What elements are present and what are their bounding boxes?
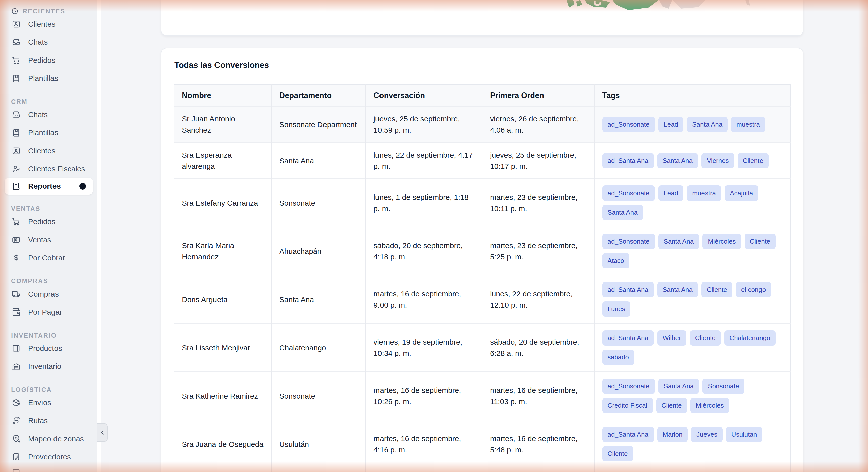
sidebar-item-compras[interactable]: Compras bbox=[0, 285, 97, 303]
warehouse-icon bbox=[11, 362, 21, 371]
sidebar-collapse-button[interactable] bbox=[97, 423, 108, 442]
cell-first-order: martes, 16 de septiembre, 12:18 p. m. bbox=[482, 468, 594, 472]
table-row: Sra Karla Maria HernandezAhuachapánsábad… bbox=[174, 227, 790, 275]
sidebar-item-label: Proveedores bbox=[28, 453, 71, 461]
sidebar-item-rutas[interactable]: Rutas bbox=[0, 412, 97, 430]
cart-icon bbox=[11, 56, 21, 65]
cell-first-order: martes, 16 de septiembre, 11:03 p. m. bbox=[482, 372, 594, 420]
cell-department: Chalatenango bbox=[272, 323, 366, 372]
dollar-icon bbox=[11, 253, 21, 262]
cell-department: Santa Ana bbox=[272, 275, 366, 323]
tag: Acajutla bbox=[724, 185, 758, 201]
sidebar-item-label: Envíos bbox=[28, 399, 51, 407]
column-header-departamento: Departamento bbox=[272, 85, 366, 106]
banknote-icon bbox=[11, 235, 21, 244]
column-header-primera-orden: Primera Orden bbox=[482, 85, 594, 106]
cell-tags: ad_SonsonateLeadmuestraAcajutlaSanta Ana bbox=[594, 179, 790, 227]
sidebar-item-chats[interactable]: Chats bbox=[0, 33, 97, 51]
user-check-icon bbox=[11, 165, 21, 173]
column-header-tags: Tags bbox=[594, 85, 790, 106]
table-row: Sra Esperanza alvarengaSanta Analunes, 2… bbox=[174, 143, 790, 179]
sidebar-item-plantillas[interactable]: Plantillas bbox=[0, 69, 97, 87]
scroll-icon bbox=[11, 182, 21, 191]
table-row: Sr Juan Antonio SanchezSonsonate Departm… bbox=[174, 106, 790, 143]
tag: Lunes bbox=[602, 301, 631, 317]
tag: Santa Ana bbox=[657, 153, 698, 168]
sidebar-section-label: RECIENTES bbox=[23, 7, 65, 15]
tag: ad_Sonsonate bbox=[602, 185, 655, 201]
sidebar-item-productos[interactable]: Productos bbox=[0, 339, 97, 357]
cell-first-order: sábado, 20 de septiembre, 6:28 a. m. bbox=[482, 323, 594, 372]
wallet-icon bbox=[11, 307, 21, 317]
sidebar-item-mapeo-de-zonas[interactable]: Mapeo de zonas bbox=[0, 430, 97, 448]
cell-conversation: martes, 16 de septiembre, 10:26 p. m. bbox=[366, 372, 482, 420]
sidebar-item-por-pagar[interactable]: Por Pagar bbox=[0, 303, 97, 321]
box-icon bbox=[11, 344, 21, 353]
sidebar-section-logistica: LOGÍSTICA bbox=[0, 386, 97, 393]
top-card bbox=[161, 0, 803, 36]
conversions-card: Todas las Conversiones NombreDepartament… bbox=[161, 48, 803, 472]
cell-conversation: viernes, 19 de septiembre, 10:34 p. m. bbox=[366, 323, 482, 372]
sidebar-item-ventas[interactable]: Ventas bbox=[0, 231, 97, 249]
sidebar-item-label: Clientes bbox=[28, 147, 55, 155]
sidebar-item-label: Clientes bbox=[28, 20, 55, 28]
route-icon bbox=[11, 416, 21, 425]
sidebar-item-clientes[interactable]: Clientes bbox=[0, 142, 97, 160]
sidebar-item-por-cobrar[interactable]: Por Cobrar bbox=[0, 249, 97, 267]
sidebar-section-crm: CRM bbox=[0, 97, 97, 106]
sidebar-item-clientes[interactable]: Clientes bbox=[0, 15, 97, 33]
sidebar-section-label: CRM bbox=[11, 98, 28, 105]
cell-first-order: martes, 23 de septiembre, 5:25 p. m. bbox=[482, 227, 594, 275]
tag: Sonsonate bbox=[703, 379, 744, 394]
table-row: Sr Jorge RamosSanta Analunes, 15 de sept… bbox=[174, 468, 790, 472]
sidebar-section-compras: COMPRAS bbox=[0, 277, 97, 285]
cell-first-order: jueves, 25 de septiembre, 10:17 p. m. bbox=[482, 143, 594, 179]
app-root: RECIENTESClientesChatsPedidosPlantillasC… bbox=[0, 0, 868, 472]
tag: ad_Santa Ana bbox=[602, 153, 654, 168]
map-pin-plus-icon bbox=[11, 434, 21, 443]
table-row: Sra Juana de OseguedaUsulutánmartes, 16 … bbox=[174, 420, 790, 468]
contact-card-icon bbox=[11, 20, 21, 29]
tag: Cliente bbox=[690, 330, 721, 346]
contact-card-icon bbox=[11, 146, 21, 155]
sidebar-item-inventario[interactable]: Inventario bbox=[0, 357, 97, 376]
sidebar-item-label: Chats bbox=[28, 38, 48, 47]
cell-tags: ad_Santa AnaClienteSanta AnaMartesel con… bbox=[594, 468, 790, 472]
cell-conversation: lunes, 15 de septiembre, 11:19 p. m. bbox=[366, 468, 482, 472]
tag: ad_Santa Ana bbox=[602, 427, 654, 442]
cell-department: Sonsonate bbox=[272, 179, 366, 227]
tag: ad_Santa Ana bbox=[602, 282, 654, 297]
sidebar-item-proveedores[interactable]: Proveedores bbox=[0, 448, 97, 466]
tag: Lead bbox=[658, 185, 683, 201]
tag: Credito Fiscal bbox=[602, 398, 653, 413]
sidebar-item-reportes[interactable]: Reportes bbox=[4, 178, 93, 195]
sidebar-item-pedidos[interactable]: Pedidos bbox=[0, 213, 97, 231]
column-header-nombre: Nombre bbox=[174, 85, 272, 106]
cell-name: Sra Esperanza alvarenga bbox=[174, 143, 272, 179]
chevron-left-icon bbox=[99, 429, 106, 436]
book-icon bbox=[11, 128, 21, 137]
sidebar-item-label: Productos bbox=[28, 344, 62, 353]
tag: Marlon bbox=[657, 427, 688, 442]
sidebar-item-label: Plantillas bbox=[28, 128, 58, 137]
sidebar-item-plantillas[interactable]: Plantillas bbox=[0, 124, 97, 142]
cell-tags: ad_SonsonateLeadSanta Anamuestra bbox=[594, 106, 790, 143]
tag: muestra bbox=[731, 117, 765, 132]
tag: Miércoles bbox=[703, 234, 741, 249]
table-row: Sra Katherine RamirezSonsonatemartes, 16… bbox=[174, 372, 790, 420]
sidebar-item-pedidos[interactable]: Pedidos bbox=[0, 51, 97, 69]
tag: ad_Santa Ana bbox=[602, 330, 654, 346]
sidebar-item-envios[interactable]: Envíos bbox=[0, 393, 97, 412]
tag: Santa Ana bbox=[658, 379, 699, 394]
sidebar-item-clientes-fiscales[interactable]: Clientes Fiscales bbox=[0, 160, 97, 178]
truck-icon bbox=[11, 290, 21, 299]
conversions-table: NombreDepartamentoConversaciónPrimera Or… bbox=[174, 84, 790, 472]
tag: Jueves bbox=[691, 427, 722, 442]
cell-tags: ad_Santa AnaSanta AnaClienteel congoLune… bbox=[594, 275, 790, 323]
cell-name: Sr Juan Antonio Sanchez bbox=[174, 106, 272, 143]
sidebar-item-label: Mapeo de zonas bbox=[28, 435, 84, 443]
sidebar-item-chats[interactable]: Chats bbox=[0, 106, 97, 124]
tag: ad_Sonsonate bbox=[602, 117, 655, 132]
tag: Cliente bbox=[656, 398, 687, 413]
cell-tags: ad_Santa AnaWilberClienteChalatenangosab… bbox=[594, 323, 790, 372]
